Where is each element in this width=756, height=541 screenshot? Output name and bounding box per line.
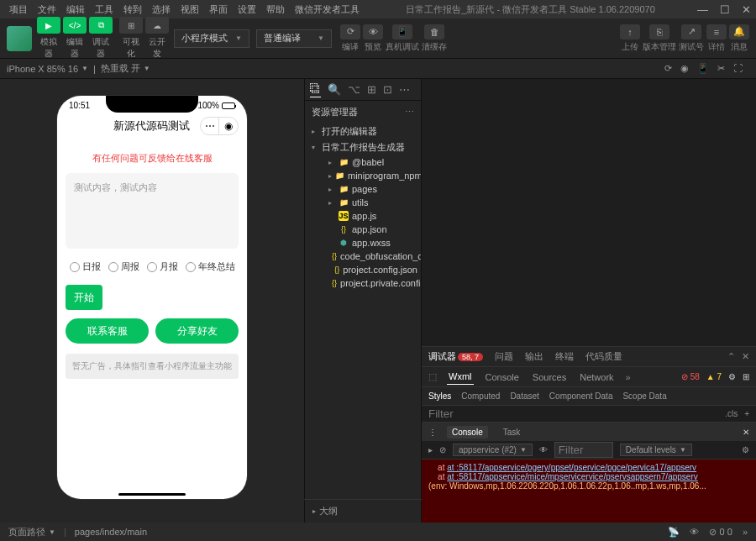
console-sidebar-icon[interactable]: ▸ xyxy=(428,445,433,454)
tree-item[interactable]: ⬢app.wxss xyxy=(305,236,421,249)
record-icon[interactable]: ◉ xyxy=(680,63,689,74)
menu-select[interactable]: 选择 xyxy=(148,2,175,18)
eye-status-icon[interactable]: 👁 xyxy=(690,527,699,538)
menu-view[interactable]: 视图 xyxy=(176,2,203,18)
inspect-icon[interactable]: ⬚ xyxy=(428,371,437,382)
tab-terminal[interactable]: 终端 xyxy=(555,348,574,365)
menu-edit[interactable]: 编辑 xyxy=(62,2,89,18)
tree-item[interactable]: JSapp.js xyxy=(305,209,421,223)
add-style-icon[interactable]: + xyxy=(744,409,749,418)
ext1-icon[interactable]: ⊞ xyxy=(367,83,376,96)
tab-debugger[interactable]: 调试器58, 7 xyxy=(428,348,483,365)
preview-button[interactable]: 👁 xyxy=(363,24,383,39)
page-path-value[interactable]: pages/index/main xyxy=(75,527,147,537)
ext2-icon[interactable]: ⊡ xyxy=(383,83,392,96)
tab-sources[interactable]: Sources xyxy=(531,370,568,385)
share-button[interactable]: 分享好友 xyxy=(155,318,239,344)
tree-item[interactable]: ▸📁@babel xyxy=(305,155,421,169)
content-textarea[interactable]: 测试内容，测试内容 xyxy=(66,173,239,249)
editor-button[interactable]: </> xyxy=(63,17,87,34)
menu-tools[interactable]: 工具 xyxy=(91,2,118,18)
tab-output[interactable]: 输出 xyxy=(525,348,543,365)
remote-debug-button[interactable]: 📱 xyxy=(392,24,412,39)
menu-project[interactable]: 项目 xyxy=(5,2,32,18)
close-button[interactable]: ✕ xyxy=(742,3,751,16)
cloud-button[interactable]: ☁ xyxy=(145,17,169,34)
files-icon[interactable]: ⿻ xyxy=(310,82,321,97)
expand-icon[interactable]: ⛶ xyxy=(733,63,743,74)
drawer-task[interactable]: Task xyxy=(498,426,526,439)
menu-wechat-devtools[interactable]: 微信开发者工具 xyxy=(291,2,364,18)
explorer-menu-icon[interactable]: ⋯ xyxy=(405,107,414,118)
upload-button[interactable]: ↑ xyxy=(620,24,640,39)
open-editors[interactable]: ▸打开的编辑器 xyxy=(305,123,421,139)
menu-goto[interactable]: 转到 xyxy=(119,2,146,18)
panel-collapse-icon[interactable]: ⌃ xyxy=(727,351,735,362)
styles-filter-input[interactable] xyxy=(428,407,725,420)
contact-button[interactable]: 联系客服 xyxy=(66,318,149,344)
menu-interface[interactable]: 界面 xyxy=(205,2,232,18)
tree-item[interactable]: ▸📁miniprogram_npm xyxy=(305,169,421,182)
tab-dataset[interactable]: Dataset xyxy=(510,391,538,401)
outline-section[interactable]: ▸大纲 xyxy=(304,499,422,523)
ext3-icon[interactable]: ⋯ xyxy=(399,83,410,96)
drawer-toggle-icon[interactable]: ⋮ xyxy=(428,428,437,437)
tree-item[interactable]: {}project.private.config.js... xyxy=(305,276,421,290)
broadcast-icon[interactable]: 📡 xyxy=(668,527,680,538)
drawer-close-icon[interactable]: ✕ xyxy=(743,428,749,437)
levels-select[interactable]: Default levels▼ xyxy=(620,444,692,456)
tab-network[interactable]: Network xyxy=(578,370,615,385)
compile-dropdown[interactable]: 普通编译▼ xyxy=(256,29,332,48)
capsule-close-icon[interactable]: ◉ xyxy=(219,118,238,134)
version-button[interactable]: ⎘ xyxy=(649,24,669,39)
messages-button[interactable]: 🔔 xyxy=(729,24,749,39)
tab-componentdata[interactable]: Component Data xyxy=(549,391,613,401)
tab-styles[interactable]: Styles xyxy=(428,391,451,401)
device-icon[interactable]: 📱 xyxy=(697,63,709,74)
debugger-button[interactable]: ⧉ xyxy=(89,17,113,34)
details-button[interactable]: ≡ xyxy=(706,24,727,39)
tree-item[interactable]: {}code_obfuscation_conf... xyxy=(305,249,421,263)
gear-icon[interactable]: ⚙ xyxy=(728,372,736,381)
maximize-button[interactable]: ☐ xyxy=(720,3,730,16)
radio-monthly[interactable]: 月报 xyxy=(147,260,178,273)
radio-daily[interactable]: 日报 xyxy=(70,260,101,273)
radio-weekly[interactable]: 周报 xyxy=(108,260,139,273)
visual-button[interactable]: ⊞ xyxy=(119,17,143,34)
more-status-icon[interactable]: » xyxy=(743,527,748,538)
tab-problems[interactable]: 问题 xyxy=(495,348,513,365)
hotreload-select[interactable]: 热重载 开 ▼ xyxy=(101,62,150,75)
tab-wxml[interactable]: Wxml xyxy=(447,369,474,385)
console-clear-icon[interactable]: ⊘ xyxy=(439,445,446,454)
error-count[interactable]: ⊘ 58 xyxy=(681,372,700,381)
page-path[interactable]: 页面路径▼ xyxy=(8,526,55,538)
tree-item[interactable]: ▸📁utils xyxy=(305,196,421,209)
cls-toggle[interactable]: .cls xyxy=(725,409,738,418)
menu-file[interactable]: 文件 xyxy=(34,2,60,18)
minimize-button[interactable]: — xyxy=(697,3,708,16)
dock-icon[interactable]: ⊞ xyxy=(743,372,749,381)
menu-help[interactable]: 帮助 xyxy=(262,2,289,18)
tab-codequality[interactable]: 代码质量 xyxy=(585,348,622,365)
tab-scopedata[interactable]: Scope Data xyxy=(622,391,666,401)
test-button[interactable]: ↗ xyxy=(681,24,701,39)
tree-item[interactable]: {}project.config.json xyxy=(305,263,421,276)
tab-console[interactable]: Console xyxy=(484,370,521,385)
problems-status[interactable]: ⊘ 0 0 xyxy=(709,527,732,538)
panel-close-icon[interactable]: ✕ xyxy=(742,351,749,362)
tree-item[interactable]: ▸📁pages xyxy=(305,182,421,196)
drawer-console[interactable]: Console xyxy=(447,426,488,439)
simulator-button[interactable]: ▶ xyxy=(37,17,60,34)
console-gear-icon[interactable]: ⚙ xyxy=(742,445,749,454)
git-icon[interactable]: ⌥ xyxy=(348,83,360,96)
project-root[interactable]: ▾日常工作报告生成器 xyxy=(305,139,421,155)
device-select[interactable]: iPhone X 85% 16 ▼ xyxy=(7,64,88,74)
capsule-menu-icon[interactable]: ⋯ xyxy=(201,118,219,134)
start-button[interactable]: 开始 xyxy=(66,285,102,310)
tree-item[interactable]: {}app.json xyxy=(305,223,421,236)
menu-settings[interactable]: 设置 xyxy=(234,2,260,18)
context-select[interactable]: appservice (#2)▼ xyxy=(453,444,533,456)
eye-icon[interactable]: 👁 xyxy=(539,445,548,454)
mode-dropdown[interactable]: 小程序模式▼ xyxy=(174,29,249,48)
refresh-icon[interactable]: ⟳ xyxy=(664,63,672,74)
